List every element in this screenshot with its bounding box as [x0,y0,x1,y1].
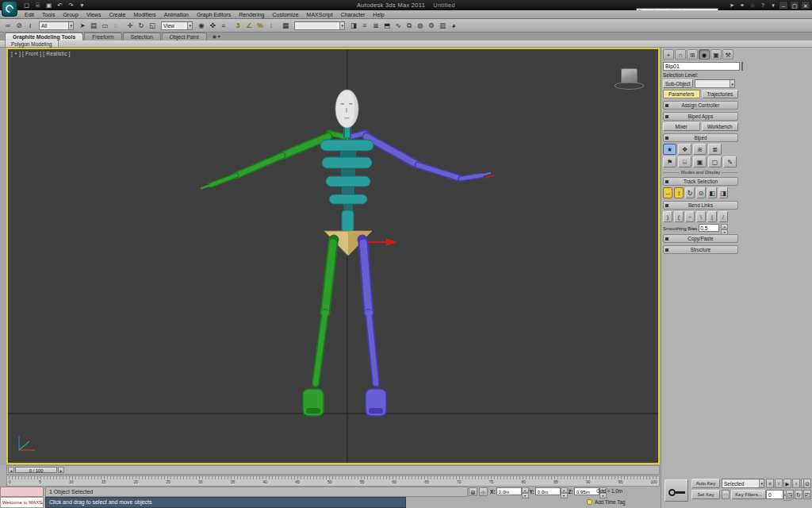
menu-item[interactable]: Modifiers [129,10,159,18]
figure-mode-icon[interactable]: ★ [663,144,676,155]
smoothing-bias-spinner[interactable] [721,224,726,232]
biped-right-arm[interactable] [366,137,494,179]
body-horizontal-icon[interactable]: ↔ [663,187,672,198]
menu-item[interactable]: Edit [21,10,38,18]
menu-item[interactable]: Character [337,10,370,18]
layer-manager-icon[interactable]: ≣ [370,20,381,31]
default-tangent-icon[interactable]: ◠ [722,490,730,499]
bend-link-icon[interactable]: ~ [685,211,695,222]
bend-link-icon[interactable]: ( [674,211,684,222]
named-selection-dropdown[interactable] [294,21,345,30]
material-editor-icon[interactable]: ◍ [415,20,426,31]
object-color-swatch[interactable] [741,62,743,71]
create-tab-icon[interactable]: + [663,49,674,60]
biped-left-arm[interactable] [201,137,328,188]
convert-animation-icon[interactable]: ▢ [708,156,722,167]
zoom-icon[interactable]: ⊙ [803,479,811,488]
menu-item[interactable]: Customize [268,10,302,18]
bend-links-rollout[interactable]: Bend Links [663,201,738,210]
angle-snap-icon[interactable]: ∠ [243,20,255,31]
search-go-icon[interactable]: ➤ [728,1,736,10]
key-selection-dropdown[interactable]: Selected [722,479,764,488]
auto-key-button[interactable]: Auto Key [691,479,720,488]
bend-link-icon[interactable]: ) [663,211,672,222]
modify-tab-icon[interactable]: ∩ [675,49,686,60]
next-frame-button[interactable]: › [792,479,800,488]
3ds-max-logo-icon[interactable] [2,1,17,17]
display-tab-icon[interactable]: ▣ [710,49,722,60]
menu-item[interactable]: Group [59,10,82,18]
menu-item[interactable]: Graph Editors [193,10,235,18]
bend-link-icon[interactable]: | [707,211,717,222]
biped-playback-icon[interactable]: ⚑ [663,156,676,167]
absolute-offset-toggle[interactable]: ⊹ [479,487,488,496]
body-vertical-icon[interactable]: ↕ [674,187,684,198]
use-pivot-center-icon[interactable]: ◉ [196,20,207,31]
menu-item[interactable]: Views [82,10,105,18]
percent-snap-icon[interactable]: % [255,20,266,31]
play-button[interactable]: ▶ [783,479,791,488]
favorites-icon[interactable]: ☆ [749,1,756,10]
snaps-toggle-icon[interactable]: 3 [232,20,243,31]
maximize-button[interactable]: ▢ [790,1,799,10]
close-button[interactable]: ✕ [801,1,810,10]
symmetrical-tracks-icon[interactable]: ◧ [707,187,717,198]
biped-right-leg[interactable] [363,243,386,416]
bend-link-icon[interactable]: \ [696,211,706,222]
align-icon[interactable]: ≡ [359,20,370,31]
orbit-icon[interactable]: ↻ [795,490,802,499]
ribbon-tab[interactable]: Object Paint [162,33,207,40]
viewcube-ring[interactable] [615,82,644,90]
key-filters-button[interactable]: Key Filters... [731,490,766,499]
set-keys-button[interactable] [665,479,688,502]
time-slider[interactable]: 0 / 100 [6,465,660,475]
track-selection-rollout[interactable]: Track Selection [663,177,738,186]
polygon-modeling-panel[interactable]: Polygon Modeling [5,40,59,48]
ribbon-tab[interactable]: Selection [123,33,161,40]
edit-named-selections-icon[interactable]: ▦ [280,20,291,31]
current-frame-field[interactable] [766,490,783,499]
body-rotation-icon[interactable]: ↻ [685,187,695,198]
front-viewport[interactable]: [ + ] [ Front ] [ Realistic ] [6,48,660,464]
maxscript-mini-listener[interactable]: Welcome to MAXScript [0,497,44,508]
track-bar[interactable]: 0510152025303540455055606570758085909510… [6,475,660,487]
footstep-mode-icon[interactable]: ❖ [678,144,691,155]
infocenter-dropdown-icon[interactable]: ▾ [769,1,777,10]
menu-item[interactable]: Create [105,10,129,18]
bend-link-icon[interactable]: / [718,211,728,222]
load-biped-file-icon[interactable]: ⌸ [678,156,691,167]
help-icon[interactable]: ? [759,1,767,10]
previous-frame-button[interactable]: ‹ [775,479,783,488]
smoothing-bias-field[interactable] [699,224,719,232]
spinner-snap-icon[interactable]: ↕ [266,20,277,31]
select-object-icon[interactable]: ➤ [77,20,88,31]
zoom-extents-icon[interactable]: ◳ [786,490,794,499]
motion-flow-mode-icon[interactable]: ≋ [693,144,707,155]
time-slider-handle[interactable]: 0 / 100 [15,467,57,473]
menu-item[interactable]: Tools [38,10,59,18]
save-biped-file-icon[interactable]: ▣ [693,156,707,167]
mirror-icon[interactable]: ◨ [348,20,359,31]
modes-and-display-expander[interactable]: Modes and Display [663,170,738,175]
trajectories-button[interactable]: Trajectories [702,90,739,98]
ribbon-tab[interactable]: Graphite Modeling Tools [5,33,83,40]
set-key-button[interactable]: Set Key [691,490,720,499]
time-forward-arrow[interactable] [58,467,64,473]
menu-item[interactable]: Rendering [235,10,268,18]
biped-apps-rollout[interactable]: Biped Apps [663,112,738,121]
rectangular-selection-icon[interactable]: ▭ [99,20,110,31]
viewcube[interactable] [614,67,645,94]
select-and-manipulate-icon[interactable]: ✜ [207,20,218,31]
lock-com-keying-icon[interactable]: ⊙ [696,187,706,198]
sub-object-button[interactable]: Sub-Object [663,79,693,88]
biped-left-leg[interactable] [303,243,333,416]
window-crossing-icon[interactable]: ◌ [110,20,121,31]
menu-item[interactable]: MAXScript [303,10,337,18]
maximize-viewport-icon[interactable]: ◰ [803,490,811,499]
time-back-arrow[interactable] [8,467,14,473]
biped-spine[interactable] [320,140,373,232]
selection-lock-toggle[interactable]: ⊠ [469,487,477,496]
graphite-toggle-icon[interactable]: ⬒ [381,20,393,31]
move-all-mode-icon[interactable]: ✎ [723,156,737,167]
parameters-button[interactable]: Parameters [663,90,700,98]
